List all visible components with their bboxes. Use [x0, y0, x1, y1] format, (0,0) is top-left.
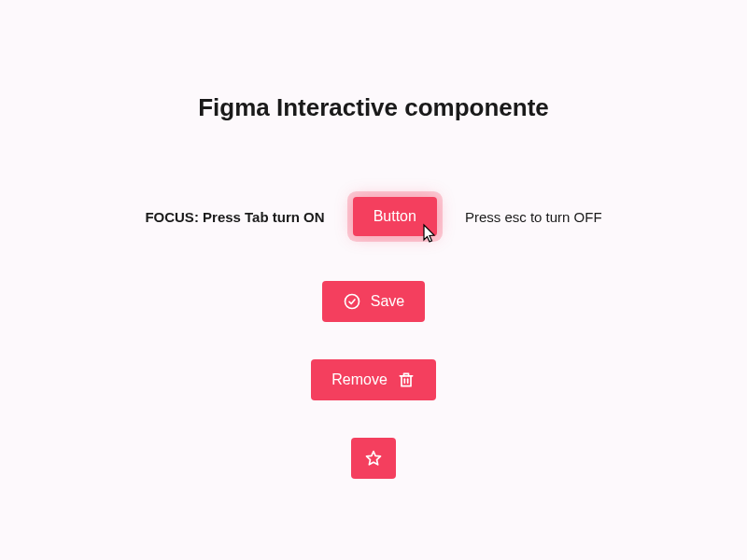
check-circle-icon: [343, 292, 361, 311]
remove-button-label: Remove: [331, 371, 388, 388]
button-stack: Save Remove: [311, 281, 436, 479]
save-button[interactable]: Save: [322, 281, 425, 322]
save-button-label: Save: [371, 293, 404, 310]
svg-point-0: [345, 295, 359, 309]
page-title: Figma Interactive componente: [198, 93, 549, 122]
demo-button-label: Button: [374, 208, 416, 225]
focus-hint-left: FOCUS: Press Tab turn ON: [145, 209, 324, 225]
trash-icon: [397, 371, 416, 389]
focus-row: FOCUS: Press Tab turn ON Button Press es…: [145, 197, 601, 236]
focus-hint-right: Press esc to turn OFF: [465, 209, 602, 225]
star-icon: [364, 449, 383, 468]
pointer-cursor-icon: [418, 223, 437, 245]
demo-button[interactable]: Button: [353, 197, 437, 236]
star-button[interactable]: [351, 438, 396, 479]
remove-button[interactable]: Remove: [311, 359, 436, 400]
